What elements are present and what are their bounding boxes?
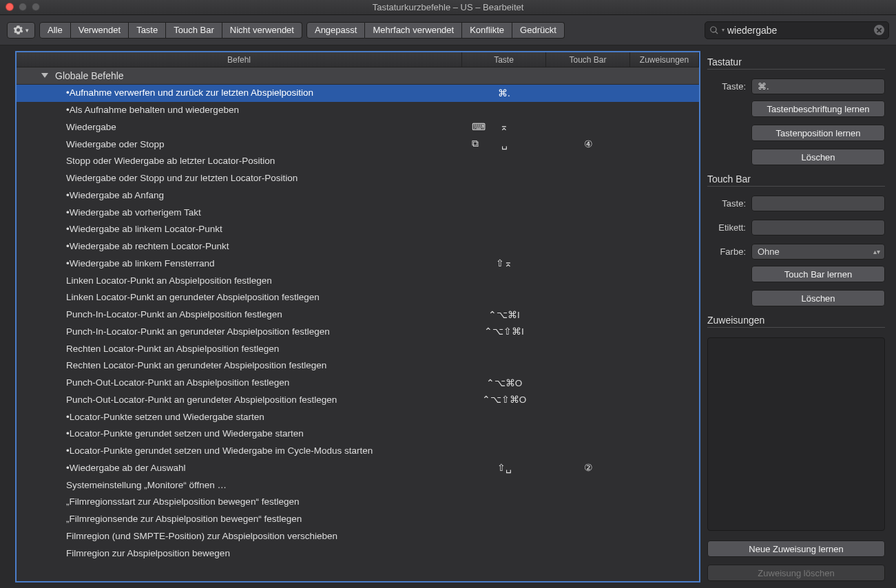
command-row[interactable]: •Als Aufnahme behalten und wiedergeben [17, 102, 699, 119]
command-row[interactable]: Rechten Locator-Punkt an gerundeter Absp… [17, 357, 699, 375]
column-command[interactable]: Befehl [17, 52, 462, 67]
command-row[interactable]: Punch-In-Locator-Punkt an Abspielpositio… [17, 306, 699, 324]
search-icon [709, 25, 719, 35]
learn-key-label-button[interactable]: Tastenbeschriftung lernen [751, 101, 885, 117]
command-row[interactable]: •Locator-Punkte gerundet setzen und Wied… [17, 443, 699, 460]
filter-gedrückt[interactable]: Gedrückt [512, 22, 565, 39]
command-label: Stopp oder Wiedergabe ab letzter Locator… [66, 156, 462, 166]
filter-nicht-verwendet[interactable]: Nicht verwendet [222, 22, 302, 39]
command-row[interactable]: Systemeinstellung „Monitore“ öffnen … [17, 476, 699, 494]
filter-segment-2: AngepasstMehrfach verwendetKonflikteGedr… [306, 22, 565, 39]
search-menu-caret-icon[interactable]: ▾ [722, 27, 725, 33]
section-assignments: Zuweisungen [707, 315, 885, 328]
close-window-button[interactable] [6, 3, 14, 11]
command-tree[interactable]: Globale Befehle •Aufnahme verwerfen und … [17, 67, 699, 581]
command-row[interactable]: „Filmregionsstart zur Abspielposition be… [17, 494, 699, 511]
command-row[interactable]: Stopp oder Wiedergabe ab letzter Locator… [17, 153, 699, 170]
inspector-panel: Tastatur Taste: ⌘. Tastenbeschriftung le… [700, 45, 896, 588]
filter-verwendet[interactable]: Verwendet [71, 22, 129, 39]
filter-touch-bar[interactable]: Touch Bar [166, 22, 222, 39]
command-label: Wiedergabe [66, 122, 462, 132]
command-row[interactable]: Filmregion (und SMPTE-Position) zur Absp… [17, 528, 699, 545]
touchbar-taste-input[interactable] [751, 196, 885, 211]
command-label: Punch-In-Locator-Punkt an Abspielpositio… [66, 309, 462, 319]
command-row[interactable]: „Filmregionsende zur Abspielposition bew… [17, 511, 699, 528]
command-row[interactable]: Linken Locator-Punkt an gerundeter Abspi… [17, 289, 699, 306]
command-row[interactable]: •Locator-Punkte gerundet setzen und Wied… [17, 426, 699, 443]
command-label: Filmregion (und SMPTE-Position) zur Absp… [66, 531, 462, 541]
touchbar-delete-button[interactable]: Löschen [751, 290, 885, 306]
touchbar-farbe-select[interactable]: Ohne ▴▾ [751, 244, 885, 260]
numpad-icon: ⌨ [472, 121, 486, 132]
select-arrows-icon: ▴▾ [873, 248, 880, 255]
command-row[interactable]: •Wiedergabe ab Anfang [17, 187, 699, 204]
key-cell: ⌃⌥⇧⌘I [462, 326, 546, 337]
command-row[interactable]: Filmregion zur Abspielposition bewegen [17, 545, 699, 562]
disclosure-triangle-icon[interactable] [41, 73, 48, 78]
command-row[interactable]: •Wiedergabe ab der Auswahl⇧␣② [17, 460, 699, 477]
filter-taste[interactable]: Taste [129, 22, 166, 39]
filter-alle[interactable]: Alle [39, 22, 71, 39]
command-row[interactable]: Linken Locator-Punkt an Abspielposition … [17, 272, 699, 289]
search-field[interactable]: ▾ [705, 21, 889, 39]
command-label: Filmregion zur Abspielposition bewegen [66, 548, 462, 558]
command-row[interactable]: •Wiedergabe ab rechtem Locator-Punkt [17, 238, 699, 255]
touchbar-etikett-input[interactable] [751, 220, 885, 235]
group-label: Globale Befehle [36, 70, 124, 81]
command-label: Punch-Out-Locator-Punkt an gerundeter Ab… [66, 395, 462, 405]
column-touchbar[interactable]: Touch Bar [546, 52, 630, 67]
section-touchbar: Touch Bar [707, 174, 885, 187]
key-cell: ⌃⌥⌘I [462, 309, 546, 320]
command-row[interactable]: •Wiedergabe ab vorherigem Takt [17, 204, 699, 221]
options-menu-button[interactable]: ▾ [7, 22, 35, 39]
group-row[interactable]: Globale Befehle [17, 67, 699, 85]
keyboard-delete-button[interactable]: Löschen [751, 149, 885, 165]
assignments-list[interactable] [707, 337, 885, 531]
filter-konflikte[interactable]: Konflikte [462, 22, 512, 39]
filter-angepasst[interactable]: Angepasst [306, 22, 365, 39]
command-label: •Wiedergabe ab Anfang [66, 190, 462, 200]
command-row[interactable]: Wiedergabe⌨⌅ [17, 119, 699, 136]
learn-key-position-button[interactable]: Tastenposition lernen [751, 125, 885, 141]
delete-assignment-button: Zuweisung löschen [707, 565, 885, 581]
command-row[interactable]: •Wiedergabe ab linkem Locator-Punkt [17, 221, 699, 238]
command-label: •Als Aufnahme behalten und wiedergeben [66, 105, 462, 115]
command-row[interactable]: Punch-In-Locator-Punkt an gerundeter Abs… [17, 324, 699, 341]
minimize-window-button[interactable] [19, 3, 27, 11]
column-taste[interactable]: Taste [462, 52, 546, 67]
command-table[interactable]: Befehl Taste Touch Bar Zuweisungen Globa… [15, 51, 700, 582]
key-cell: ⌘. [462, 87, 546, 98]
command-row[interactable]: •Locator-Punkte setzen und Wiedergabe st… [17, 408, 699, 426]
command-row[interactable]: •Wiedergabe ab linkem Fensterrand⇧⌅ [17, 255, 699, 273]
command-label: •Locator-Punkte gerundet setzen und Wied… [66, 428, 462, 439]
duplicate-icon: ⧉ [472, 138, 479, 149]
search-input[interactable] [727, 25, 871, 36]
key-cell: ⌨⌅ [462, 121, 546, 132]
command-label: Wiedergabe oder Stopp [66, 139, 462, 149]
command-row[interactable]: Wiedergabe oder Stopp und zur letzten Lo… [17, 170, 699, 187]
learn-touchbar-button[interactable]: Touch Bar lernen [751, 266, 885, 282]
command-row[interactable]: Punch-Out-Locator-Punkt an gerundeter Ab… [17, 392, 699, 409]
command-label: Rechten Locator-Punkt an gerundeter Absp… [66, 360, 462, 370]
command-row[interactable]: Rechten Locator-Punkt an Abspielposition… [17, 340, 699, 357]
key-cell: ⧉␣ [462, 138, 546, 149]
toolbar: ▾ AlleVerwendetTasteTouch BarNicht verwe… [0, 15, 896, 45]
command-label: Wiedergabe oder Stopp und zur letzten Lo… [66, 173, 462, 183]
clear-search-button[interactable] [874, 25, 884, 35]
keyboard-taste-input[interactable]: ⌘. [751, 78, 885, 94]
window-title: Tastaturkurzbefehle – US – Bearbeitet [373, 2, 524, 12]
filter-mehrfach-verwendet[interactable]: Mehrfach verwendet [365, 22, 462, 39]
command-label: •Wiedergabe ab der Auswahl [66, 463, 462, 473]
zoom-window-button[interactable] [32, 3, 40, 11]
learn-new-assignment-button[interactable]: Neue Zuweisung lernen [707, 540, 885, 557]
command-label: •Wiedergabe ab rechtem Locator-Punkt [66, 241, 462, 251]
command-row[interactable]: Punch-Out-Locator-Punkt an Abspielpositi… [17, 375, 699, 392]
command-label: Linken Locator-Punkt an gerundeter Abspi… [66, 292, 462, 302]
command-row[interactable]: Wiedergabe oder Stopp⧉␣④ [17, 136, 699, 153]
column-zuweisungen[interactable]: Zuweisungen [630, 52, 699, 67]
titlebar: Tastaturkurzbefehle – US – Bearbeitet [0, 0, 896, 15]
command-row[interactable]: •Aufnahme verwerfen und zurück zur letzt… [17, 85, 699, 102]
command-label: Punch-In-Locator-Punkt an gerundeter Abs… [66, 326, 462, 337]
command-label: •Aufnahme verwerfen und zurück zur letzt… [66, 87, 462, 98]
command-label: Punch-Out-Locator-Punkt an Abspielpositi… [66, 377, 462, 388]
